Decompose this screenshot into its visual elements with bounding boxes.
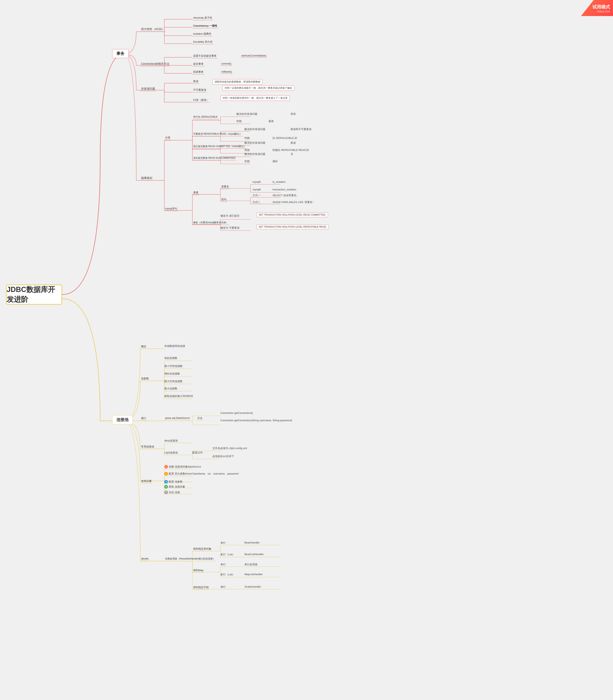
serializable-resolved-value: 所有 (290, 112, 296, 116)
pool-param-1: 最小空闲连接数 (164, 364, 183, 368)
datasource-node: javax.sql.DataSource (164, 416, 191, 420)
map-single-type-node: 单行 (220, 563, 226, 566)
repeatable-resolved-label: 解决的并发读问题 (245, 128, 265, 131)
read-committed-perf-label: 性能 (245, 148, 250, 152)
pool-param-0: 初始连接数 (164, 356, 177, 360)
read-committed-perf-value: 性能比 REPEATABLE READ 好 (273, 148, 309, 152)
read-uncommitted-node: 读未提交数据 READ DUNCOMMITEED (192, 156, 236, 160)
central-node: JDBC数据库开发进阶 (6, 285, 62, 304)
badge-1: 1 (164, 465, 168, 468)
bean-single-type-node: 单行 (220, 541, 226, 545)
classification-node: 分类 (164, 135, 171, 140)
variable-name-node: 变量名 (220, 184, 230, 189)
mysql5-node: mysql5 (252, 180, 261, 183)
rollback-node: 回滚事务 (192, 70, 205, 74)
atomicity-node: Atomicity 原子性 (192, 16, 213, 20)
repeatable-perf-value: 比 SERIAUZABLE 好 (273, 136, 297, 140)
result-handler-node: 结果处理器（ResultSetHandler接口的实现类） (164, 557, 216, 561)
isolation-level-label: 隔离级别 (141, 176, 152, 180)
isolation-level-node: 隔离级别 (140, 176, 153, 181)
four-features-node: 四大特性（ACID） (140, 27, 165, 32)
rollback-value-node: rollback() (220, 70, 233, 74)
usage-steps-node: 使用步骤 (140, 479, 152, 483)
step-2-node: 3 配置 池参数 (164, 480, 183, 483)
map-list-type-node: 多行（List） (220, 573, 235, 576)
read-uncommitted-resolved-label: 解决的并发读问题 (245, 152, 265, 156)
config-item1-node: 必须放在src目录下 (212, 454, 234, 458)
pool-param-2: 增长的连接数 (164, 372, 180, 376)
read-committed-resolved-label: 解决的并发读问题 (245, 141, 265, 145)
scalar-handler-node: ScalarHandler (245, 585, 261, 588)
bean-list-type-node: 多行（List） (220, 553, 235, 556)
concept-label-node: 概念 (140, 344, 147, 349)
phantom-read-node: 幻读（虚读） (192, 98, 210, 102)
common-pools-node: 常用连接池 (140, 444, 155, 449)
get-map-node: 得到Map (192, 568, 204, 573)
read-committed-node: 读已提交数据 READ COMMITTED（oracle默认） (192, 144, 247, 149)
trial-badge: 试用模式 XMind ZEN (581, 0, 613, 16)
modify-item1-label: 修改为 读已提交 (220, 214, 239, 218)
connection-pool-node: 连接池 (112, 415, 133, 424)
connection-methods-node: Connection的相关方法 (140, 62, 170, 66)
non-repeatable-read-node: 不可重复读 (192, 88, 207, 92)
commit-node: 提交事务 (192, 62, 205, 66)
concept-desc-node: 存放数据库的连接 (164, 344, 185, 348)
dbcp-node: dbcp连接池 (164, 439, 178, 442)
badge-5: 5 (164, 491, 168, 494)
dirty-read-desc-node: 读取到未提交的更新数据，即读取到脏数据 (212, 79, 262, 85)
get-type-obj-node: 得到指定类对象 (192, 547, 212, 551)
field-single-type-node: 单行 (220, 585, 226, 589)
way1-node: 方式一 (252, 194, 260, 197)
trial-badge-text: 试用模式 (592, 4, 610, 10)
mysql8-node: mysql8 (252, 188, 261, 191)
mysql5-val-node: tx_isolation (273, 180, 286, 183)
serializable-perf-label: 性能 (236, 119, 242, 123)
method-1-node: Connection getConnection(String username… (220, 419, 292, 422)
read-uncommitted-perf-value: 最好 (273, 159, 278, 163)
serializable-resolved-label: 解决的并发读问题 (236, 112, 257, 116)
dbutils-node: dbutils (140, 557, 149, 561)
mysql8-val-node: transaction_isolation (273, 188, 296, 191)
badge-4: 4 (164, 485, 168, 489)
statement-node: 语句 (220, 197, 227, 202)
pool-param-5: 获取连接的最大等待时间 (164, 394, 193, 398)
config-label-node: 配置文件 (192, 451, 203, 454)
step-1-node: 2 配置 四大参数driverClassName、url、username、pa… (164, 472, 238, 476)
durability-node: Durability 持久性 (192, 40, 213, 44)
transaction-node: 事务 (112, 49, 129, 58)
non-repeatable-read-desc-node: 对同一记录的两次读取不一致，因为另一事务对该记录做了修改 (222, 86, 294, 91)
c3p0-node: c3p0连接池 (164, 451, 178, 454)
read-committed-resolved-value: 脏读 (290, 141, 296, 145)
serializable-node: 串行化 SERIAUZABLE (192, 115, 219, 119)
main-container: 试用模式 XMind ZEN (0, 0, 613, 700)
phantom-read-desc-node: 对同一张表的两次查询不一致，因为另一事务插入了一条记录 (220, 95, 290, 101)
read-uncommitted-resolved-value: 无 (290, 152, 293, 156)
commit-value-node: commit() (220, 62, 232, 66)
modify-node: 修改（在重启mysql服务后生效） (192, 220, 229, 225)
concurrent-issues-node: 并发读问题 (140, 87, 156, 91)
config-item0-node: 文件名必须为 c3p0-config.xml (212, 446, 247, 450)
read-uncommitted-perf-label: 性能 (245, 159, 250, 163)
modify-item2-label: 修改为 可重复读 (220, 226, 239, 230)
way2-node: 方式二 (252, 200, 260, 204)
methods-label-node: 方法 (196, 416, 203, 420)
step-3-node: 4 获取 连接对象 (164, 485, 185, 489)
repeatable-perf-label: 性能 (245, 136, 250, 140)
mind-map-lines (0, 0, 613, 700)
pool-params-node: 池参数 (140, 376, 150, 381)
bean-list-handler-node: BeanListHandler (245, 553, 264, 556)
pool-param-4: 最大连接数 (164, 387, 177, 390)
step-4-node: 5 归还 连接 (164, 491, 180, 494)
get-field-node: 得到指定字段 (192, 585, 210, 590)
bean-handler-node: BeanHandler (245, 541, 260, 544)
set-autocommit-value-node: setAutoCommit(false) (240, 54, 267, 58)
map-handler-node: 单行处理器 (245, 563, 258, 566)
way1-val-node: SELECT @@变量名; (273, 194, 297, 197)
consistency-node: Consistency 一致性 (192, 24, 218, 28)
pool-param-3: 最大空闲连接数 (164, 379, 183, 383)
isolation-node: Isolation 隔离性 (192, 32, 212, 36)
repeatable-read-node: 可重复读 REPEATABLE READ（mysql默认） (192, 132, 243, 136)
badge-3: 3 (164, 480, 168, 483)
interface-node: 接口 (140, 416, 147, 420)
dirty-read-node: 脏读 (192, 79, 199, 84)
